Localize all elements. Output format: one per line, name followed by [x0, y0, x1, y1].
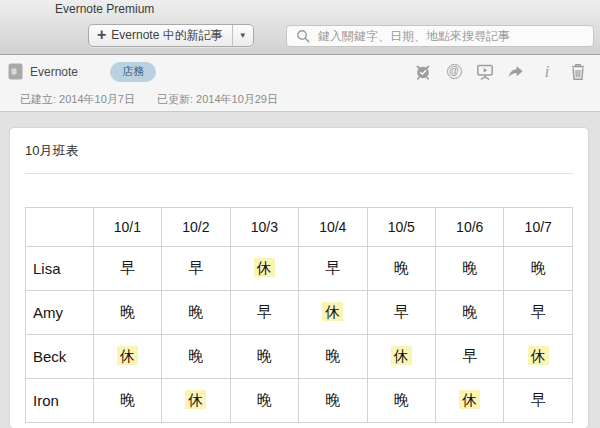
- notebook-name[interactable]: Evernote: [30, 65, 78, 79]
- shift-cell: 早: [367, 291, 435, 335]
- shift-cell: 早: [230, 291, 298, 335]
- window-titlebar: Evernote Premium: [0, 0, 600, 17]
- chevron-down-icon: ▼: [239, 31, 247, 40]
- shift-cell: 早: [435, 335, 503, 379]
- shift-cell: 晚: [93, 291, 161, 335]
- table-row: Lisa早早休早晚晚晚: [26, 247, 573, 291]
- shift-cell: 晚: [93, 379, 161, 423]
- at-glyph: @: [447, 64, 462, 79]
- highlighted-shift: 休: [528, 346, 549, 365]
- highlighted-shift: 休: [254, 258, 275, 277]
- created-date: 已建立: 2014年10月7日: [20, 92, 135, 107]
- note-content-area: 10月班表 10/110/210/310/410/510/610/7 Lisa早…: [0, 112, 600, 428]
- shift-cell: 休: [367, 335, 435, 379]
- table-header-row: 10/110/210/310/410/510/610/7: [26, 208, 573, 247]
- info-glyph: i: [545, 64, 549, 80]
- info-icon[interactable]: i: [538, 63, 556, 81]
- employee-name-cell: Amy: [26, 291, 94, 335]
- shift-cell: 休: [162, 379, 230, 423]
- shift-cell: 休: [93, 335, 161, 379]
- date-header-cell: 10/3: [230, 208, 298, 247]
- note-dates-row: 已建立: 2014年10月7日 已更新: 2014年10月29日: [0, 88, 600, 111]
- highlighted-shift: 休: [185, 390, 206, 409]
- work-chat-icon[interactable]: @: [445, 63, 463, 81]
- note-card[interactable]: 10月班表 10/110/210/310/410/510/610/7 Lisa早…: [10, 128, 588, 428]
- shift-cell: 晚: [504, 247, 573, 291]
- reminder-icon[interactable]: [414, 63, 432, 81]
- shift-cell: 晚: [299, 379, 367, 423]
- shift-cell: 晚: [162, 335, 230, 379]
- table-row: Beck休晚晚晚休早休: [26, 335, 573, 379]
- date-header-cell: 10/6: [435, 208, 503, 247]
- table-row: Amy晚晚早休早晚早: [26, 291, 573, 335]
- title-divider: [25, 173, 573, 174]
- window-chrome: Evernote Premium + Evernote 中的新記事 ▼: [0, 0, 600, 55]
- note-meta-row: Evernote 店務 @: [0, 55, 600, 88]
- shift-cell: 晚: [435, 291, 503, 335]
- share-icon[interactable]: [507, 63, 525, 81]
- new-note-button-label: Evernote 中的新記事: [111, 27, 222, 44]
- date-header-cell: 10/7: [504, 208, 573, 247]
- shift-cell: 早: [162, 247, 230, 291]
- search-field[interactable]: [286, 25, 594, 47]
- shift-cell: 休: [504, 335, 573, 379]
- shift-cell: 晚: [367, 247, 435, 291]
- highlighted-shift: 休: [322, 302, 343, 321]
- shift-cell: 晚: [230, 379, 298, 423]
- employee-name-cell: Lisa: [26, 247, 94, 291]
- date-header-cell: 10/4: [299, 208, 367, 247]
- table-row: Iron晚休晚晚晚休早: [26, 379, 573, 423]
- shift-cell: 早: [93, 247, 161, 291]
- shift-cell: 早: [504, 379, 573, 423]
- shift-cell: 早: [504, 291, 573, 335]
- notebook-icon: [8, 63, 23, 80]
- shift-cell: 晚: [299, 335, 367, 379]
- highlighted-shift: 休: [391, 346, 412, 365]
- note-action-icons: @ i: [414, 63, 587, 81]
- shift-cell: 晚: [162, 291, 230, 335]
- shift-table: 10/110/210/310/410/510/610/7 Lisa早早休早晚晚晚…: [25, 207, 573, 423]
- present-icon[interactable]: [476, 63, 494, 81]
- date-header-cell: 10/5: [367, 208, 435, 247]
- shift-cell: 休: [230, 247, 298, 291]
- employee-name-cell: Iron: [26, 379, 94, 423]
- table-body: Lisa早早休早晚晚晚Amy晚晚早休早晚早Beck休晚晚晚休早休Iron晚休晚晚…: [26, 247, 573, 423]
- note-header: Evernote 店務 @: [0, 55, 600, 112]
- window-title: Evernote Premium: [55, 2, 154, 16]
- highlighted-shift: 休: [117, 346, 138, 365]
- shift-cell: 晚: [230, 335, 298, 379]
- shift-cell: 休: [435, 379, 503, 423]
- updated-date: 已更新: 2014年10月29日: [157, 92, 278, 107]
- trash-icon[interactable]: [569, 63, 587, 81]
- corner-cell: [26, 208, 94, 247]
- main-toolbar: + Evernote 中的新記事 ▼: [0, 17, 600, 54]
- shift-cell: 晚: [435, 247, 503, 291]
- new-note-button-main[interactable]: + Evernote 中的新記事: [89, 25, 232, 46]
- new-note-button[interactable]: + Evernote 中的新記事 ▼: [88, 24, 254, 47]
- highlighted-shift: 休: [459, 390, 480, 409]
- search-input[interactable]: [316, 28, 584, 44]
- employee-name-cell: Beck: [26, 335, 94, 379]
- date-header-cell: 10/1: [93, 208, 161, 247]
- new-note-dropdown-button[interactable]: ▼: [232, 25, 253, 46]
- shift-cell: 晚: [367, 379, 435, 423]
- plus-icon: +: [97, 27, 106, 43]
- shift-cell: 早: [299, 247, 367, 291]
- tag-badge[interactable]: 店務: [110, 62, 156, 82]
- shift-cell: 休: [299, 291, 367, 335]
- note-title[interactable]: 10月班表: [25, 142, 573, 160]
- date-header-cell: 10/2: [162, 208, 230, 247]
- search-icon: [296, 29, 310, 43]
